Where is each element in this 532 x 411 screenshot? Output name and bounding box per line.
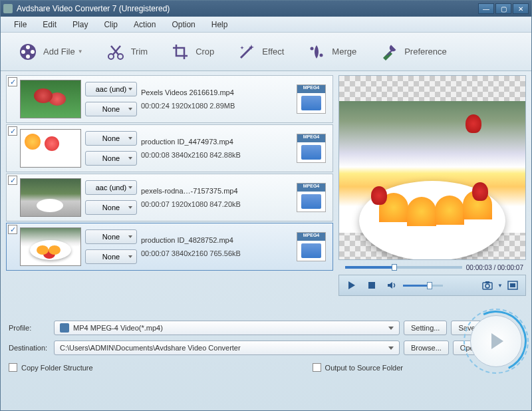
svg-point-4 bbox=[21, 50, 25, 54]
audio-codec-button[interactable]: None bbox=[85, 229, 137, 244]
svg-point-6 bbox=[118, 54, 123, 59]
menu-play[interactable]: Play bbox=[65, 20, 96, 29]
destination-label: Destination: bbox=[9, 344, 50, 352]
setting-button[interactable]: Setting... bbox=[404, 321, 447, 335]
subtitle-codec-button[interactable]: None bbox=[85, 200, 137, 215]
file-row[interactable]: ✓ aac (und) None pexels-rodna…-7157375.m… bbox=[6, 174, 333, 221]
main-area: ✓ aac (und) None Pexels Videos 2616619.m… bbox=[1, 71, 531, 314]
svg-point-10 bbox=[311, 47, 314, 50]
time-total: 00:00:07 bbox=[497, 264, 523, 271]
file-meta: 00:00:24 1920x1080 2.89MB bbox=[141, 102, 297, 110]
tool-crop[interactable]: Crop bbox=[162, 42, 222, 62]
tool-addfile[interactable]: Add File ▼ bbox=[10, 42, 91, 62]
player-controls: ▼ bbox=[338, 275, 526, 296]
volume-slider-handle[interactable] bbox=[427, 282, 432, 289]
preview-panel: 00:00:03 / 00:00:07 ▼ bbox=[336, 71, 531, 314]
file-thumbnail bbox=[20, 227, 81, 266]
time-slider-handle[interactable] bbox=[392, 264, 397, 271]
tool-merge-label: Merge bbox=[332, 47, 356, 57]
svg-point-1 bbox=[26, 45, 30, 49]
file-name: production ID_4474973.mp4 bbox=[141, 138, 297, 146]
format-icon: MPEG4 bbox=[297, 84, 326, 114]
menu-action[interactable]: Action bbox=[126, 20, 164, 29]
maximize-button[interactable]: ▢ bbox=[495, 3, 511, 14]
preview-frame bbox=[339, 101, 525, 233]
convert-button[interactable] bbox=[470, 315, 522, 367]
crop-icon bbox=[170, 42, 190, 62]
file-thumbnail bbox=[20, 80, 81, 118]
codec-column: aac (und) None bbox=[85, 82, 137, 116]
minimize-button[interactable]: — bbox=[478, 3, 494, 14]
file-checkbox[interactable]: ✓ bbox=[8, 176, 17, 185]
profile-label: Profile: bbox=[9, 324, 50, 332]
file-name: pexels-rodna…-7157375.mp4 bbox=[141, 187, 297, 195]
file-checkbox[interactable]: ✓ bbox=[8, 77, 17, 86]
subtitle-codec-button[interactable]: None bbox=[85, 249, 137, 264]
timeline: 00:00:03 / 00:00:07 bbox=[338, 260, 526, 275]
menu-edit[interactable]: Edit bbox=[35, 20, 65, 29]
menu-file[interactable]: File bbox=[6, 20, 35, 29]
audio-codec-button[interactable]: aac (und) bbox=[85, 82, 137, 96]
menu-clip[interactable]: Clip bbox=[96, 20, 126, 29]
subtitle-codec-button[interactable]: None bbox=[85, 151, 137, 166]
file-meta: 00:00:07 3840x2160 765.56kB bbox=[141, 249, 297, 257]
format-icon: MPEG4 bbox=[297, 183, 326, 212]
profile-value: MP4 MPEG-4 Video(*.mp4) bbox=[73, 324, 163, 332]
browse-button[interactable]: Browse... bbox=[404, 341, 449, 355]
format-mini-icon bbox=[60, 323, 69, 333]
tool-effect[interactable]: Effect bbox=[229, 42, 292, 62]
format-icon: MPEG4 bbox=[297, 134, 326, 163]
profile-dropdown[interactable]: MP4 MPEG-4 Video(*.mp4) bbox=[54, 321, 400, 335]
scissors-icon bbox=[106, 42, 126, 62]
play-icon bbox=[491, 333, 503, 349]
audio-codec-button[interactable]: None bbox=[85, 131, 137, 146]
svg-point-11 bbox=[320, 53, 323, 57]
svg-rect-17 bbox=[510, 283, 515, 287]
app-icon bbox=[3, 4, 13, 13]
codec-column: None None bbox=[85, 229, 137, 264]
window-title: Avdshare Video Converter 7 (Unregistered… bbox=[17, 4, 477, 13]
snapshot-button[interactable] bbox=[479, 278, 496, 293]
menu-option[interactable]: Option bbox=[164, 20, 203, 29]
subtitle-codec-button[interactable]: None bbox=[85, 102, 137, 116]
file-info: Pexels Videos 2616619.mp4 00:00:24 1920x… bbox=[141, 88, 297, 110]
svg-point-5 bbox=[108, 54, 114, 59]
close-button[interactable]: ✕ bbox=[513, 3, 529, 14]
wand-icon bbox=[237, 42, 257, 62]
file-row[interactable]: ✓ None None production ID_4828752.mp4 00… bbox=[6, 223, 333, 271]
stop-button[interactable] bbox=[363, 278, 380, 293]
volume-icon[interactable] bbox=[383, 278, 400, 293]
file-meta: 00:00:07 1920x1080 847.20kB bbox=[141, 200, 297, 208]
menubar: File Edit Play Clip Action Option Help bbox=[1, 17, 531, 33]
volume-slider[interactable] bbox=[403, 285, 443, 287]
file-checkbox[interactable]: ✓ bbox=[8, 225, 17, 234]
time-slider[interactable] bbox=[345, 266, 462, 269]
tools-icon bbox=[379, 42, 399, 62]
file-list: ✓ aac (und) None Pexels Videos 2616619.m… bbox=[1, 71, 336, 314]
file-row[interactable]: ✓ None None production ID_4474973.mp4 00… bbox=[6, 124, 333, 172]
file-thumbnail bbox=[20, 178, 81, 217]
tool-preference[interactable]: Preference bbox=[371, 42, 455, 62]
file-row[interactable]: ✓ aac (und) None Pexels Videos 2616619.m… bbox=[6, 75, 333, 123]
audio-codec-button[interactable]: aac (und) bbox=[85, 180, 137, 195]
svg-point-14 bbox=[485, 284, 489, 288]
svg-rect-12 bbox=[368, 282, 375, 289]
chevron-down-icon: ▼ bbox=[497, 283, 503, 289]
file-name: production ID_4828752.mp4 bbox=[141, 236, 297, 244]
app-window: Avdshare Video Converter 7 (Unregistered… bbox=[0, 0, 532, 411]
svg-point-3 bbox=[26, 55, 30, 59]
fullscreen-button[interactable] bbox=[504, 278, 521, 293]
destination-dropdown[interactable]: C:\Users\ADMIN\Documents\Avdshare Video … bbox=[54, 341, 400, 355]
menu-help[interactable]: Help bbox=[203, 20, 236, 29]
preview-viewport bbox=[338, 75, 526, 260]
toolbar: Add File ▼ Trim Crop Effect Merge Prefer… bbox=[1, 33, 531, 71]
outputsrc-checkbox[interactable] bbox=[313, 363, 321, 372]
file-checkbox[interactable]: ✓ bbox=[8, 126, 17, 136]
tool-trim[interactable]: Trim bbox=[98, 42, 156, 62]
tool-merge[interactable]: Merge bbox=[299, 42, 364, 62]
file-thumbnail bbox=[20, 129, 81, 168]
play-button[interactable] bbox=[343, 278, 360, 293]
copyfolder-checkbox[interactable] bbox=[9, 363, 17, 372]
file-meta: 00:00:08 3840x2160 842.88kB bbox=[141, 151, 297, 159]
file-name: Pexels Videos 2616619.mp4 bbox=[141, 88, 297, 96]
